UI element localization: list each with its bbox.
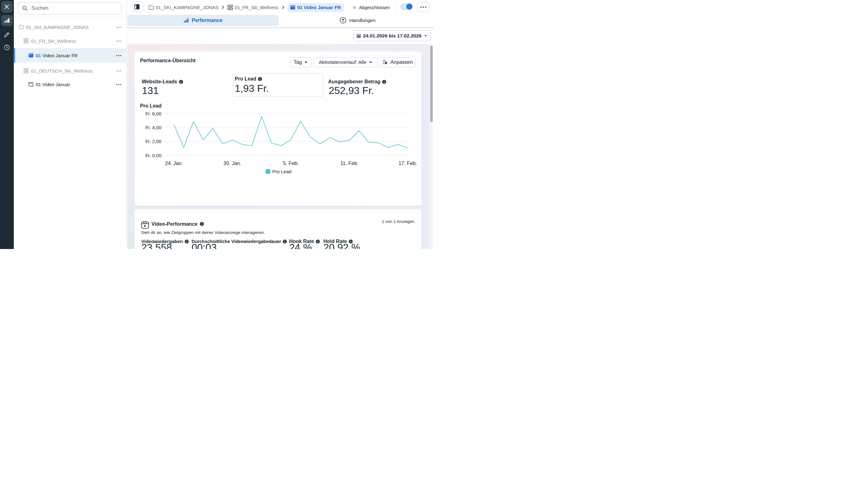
svg-text:11. Feb.: 11. Feb. [340,161,358,166]
svg-text:Fr. 6,00: Fr. 6,00 [145,111,161,116]
svg-text:Fr. 0,00: Fr. 0,00 [145,153,161,158]
svg-text:24. Jan.: 24. Jan. [165,161,183,166]
svg-text:Fr. 4,00: Fr. 4,00 [145,124,161,130]
svg-text:17. Feb.: 17. Feb. [399,161,417,166]
svg-text:5. Feb.: 5. Feb. [283,161,298,166]
svg-text:30. Jan.: 30. Jan. [224,161,241,166]
svg-text:Fr. 2,00: Fr. 2,00 [145,139,161,144]
